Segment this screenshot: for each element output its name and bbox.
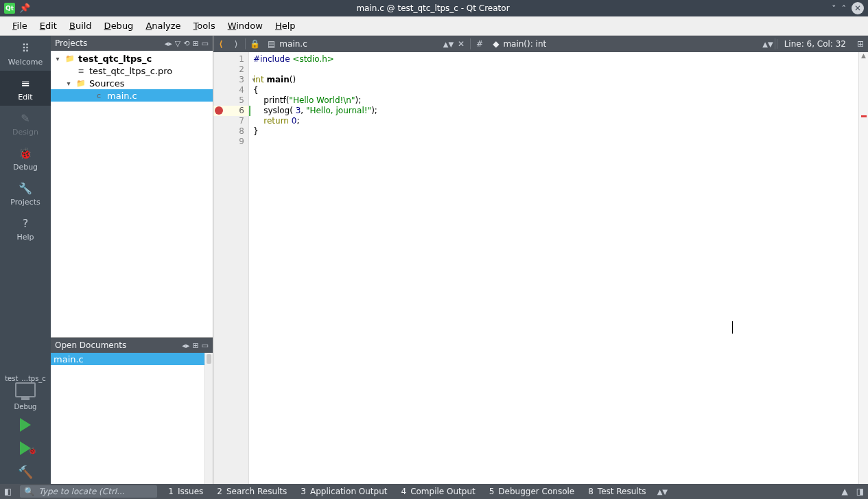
close-file-icon[interactable]: ✕ [454,36,469,51]
tree-row[interactable]: ▾📁Sources [51,77,213,89]
output-pane-debugger-console[interactable]: 5Debugger Console [482,487,582,496]
kit-mode: Debug [1,403,49,410]
mode-design[interactable]: ✎Design [0,106,51,141]
error-mark [861,115,867,117]
gutter-line[interactable]: 9 [213,137,248,147]
mode-debug[interactable]: 🐞Debug [0,141,51,176]
mode-rail: ⠿Welcome≡Edit✎Design🐞Debug🔧Projects?Help… [0,36,51,484]
locator-input[interactable]: 🔍 Type to locate (Ctrl... [20,485,157,498]
close-panel-icon[interactable]: ▭ [202,341,209,350]
pin-icon[interactable]: 📌 [19,3,30,14]
hash-icon[interactable]: # [472,36,487,51]
open-documents-header: Open Documents ◂▸ ⊞ ▭ [51,338,213,353]
lock-icon[interactable]: 🔒 [247,36,262,51]
tree-row[interactable]: cmain.c [51,89,213,102]
welcome-icon: ⠿ [17,41,34,55]
updown-icon[interactable]: ◂▸ [165,39,172,48]
gutter-line[interactable]: 6 [213,106,248,116]
gutter-line[interactable]: 7 [213,116,248,126]
menu-analyze[interactable]: Analyze [140,19,186,33]
output-pane-search-results[interactable]: 2Search Results [210,487,294,496]
search-icon: 🔍 [24,487,34,496]
window-title: main.c @ test_qtc_ltps_c - Qt Creator [34,3,832,13]
run-button[interactable] [0,413,51,437]
toggle-sidebar-icon[interactable]: ◧ [0,484,16,499]
help-icon: ? [17,216,34,230]
split-icon[interactable]: ⊞ [192,341,198,350]
mode-projects[interactable]: 🔧Projects [0,176,51,211]
output-collapse-icon[interactable]: ▲ [837,484,852,499]
tree-row[interactable]: ▾📁test_qtc_ltps_c [51,52,213,65]
open-doc-item[interactable]: main.c [51,353,213,365]
minimize-icon[interactable]: ˅ [832,3,836,14]
menu-tools[interactable]: Tools [188,19,221,33]
text-cursor-icon [732,321,734,334]
open-documents-title: Open Documents [55,340,179,350]
file-updown-icon[interactable]: ▲▼ [443,40,454,48]
menu-edit[interactable]: Edit [34,19,62,33]
project-tree[interactable]: ▾📁test_qtc_ltps_c≡test_qtc_ltps_c.pro▾📁S… [51,51,213,337]
function-tag-icon: ◆ [493,39,499,49]
gutter-line[interactable]: 2 [213,65,248,75]
menu-build[interactable]: Build [64,19,97,33]
design-icon: ✎ [17,111,34,125]
file-label: main.c [279,39,307,49]
split-icon[interactable]: ⊞ [192,39,198,48]
gutter-line[interactable]: 1 [213,54,248,65]
nav-forward-icon[interactable]: ⟩ [228,36,244,51]
locator-placeholder: Type to locate (Ctrl... [38,487,124,496]
mode-edit[interactable]: ≡Edit [0,71,51,106]
line-col-indicator[interactable]: Line: 6, Col: 32 [777,39,853,49]
menu-window[interactable]: Window [222,19,268,33]
projects-icon: 🔧 [17,181,34,195]
line-gutter[interactable]: 123▾456789 [213,52,249,484]
open-documents-list[interactable]: main.c [51,353,213,484]
close-icon[interactable]: ✕ [852,2,864,14]
updown-icon[interactable]: ◂▸ [182,341,189,350]
maximize-icon[interactable]: ˄ [842,3,847,14]
scroll-up-icon[interactable]: ▲ [859,52,868,62]
function-label: main(): int [503,39,546,49]
split-editor-icon[interactable]: ⊞ [853,39,868,49]
menubar: FileEditBuildDebugAnalyzeToolsWindowHelp [0,16,868,36]
mode-welcome[interactable]: ⠿Welcome [0,36,51,71]
file-icon: ▤ [268,39,275,49]
gutter-line[interactable]: 4 [213,85,248,95]
projects-panel-title: Projects [55,38,162,48]
output-pane-test-results[interactable]: 8Test Results [581,487,653,496]
projects-panel-header: Projects ◂▸ ▽ ⟲ ⊞ ▭ [51,36,213,51]
qt-logo-icon: Qt [4,3,15,14]
panes-updown-icon[interactable]: ▲▼ [653,488,672,496]
code-editor[interactable]: #include <stdio.h> int main() { printf("… [249,52,868,484]
hammer-icon: 🔨 [18,465,33,479]
menu-file[interactable]: File [7,19,33,33]
mode-help[interactable]: ?Help [0,211,51,246]
edit-icon: ≡ [17,76,34,90]
filter-icon[interactable]: ▽ [175,39,180,48]
nav-back-icon[interactable]: ⟨ [213,36,228,51]
gutter-line[interactable]: 3▾ [213,75,248,85]
breakpoint-icon[interactable] [215,106,223,115]
titlebar: Qt 📌 main.c @ test_qtc_ltps_c - Qt Creat… [0,0,868,16]
run-debug-button[interactable] [0,437,51,460]
file-selector[interactable]: ▤ main.c [262,39,313,49]
menu-debug[interactable]: Debug [99,19,139,33]
menu-help[interactable]: Help [270,19,301,33]
gutter-line[interactable]: 5 [213,95,248,106]
scrollbar[interactable] [204,353,213,484]
link-icon[interactable]: ⟲ [183,39,189,48]
symbol-selector[interactable]: ◆ main(): int [487,39,762,49]
close-panel-icon[interactable]: ▭ [202,39,209,48]
build-button[interactable]: 🔨 [0,460,51,484]
output-pane-application-output[interactable]: 3Application Output [294,487,394,496]
kit-selector[interactable]: test_...tps_c Debug [0,372,51,413]
tree-row[interactable]: ≡test_qtc_ltps_c.pro [51,65,213,77]
output-pane-compile-output[interactable]: 4Compile Output [394,487,482,496]
scrollbar[interactable]: ▲ [858,52,868,484]
symbol-updown-icon[interactable]: ▲▼ [762,40,773,48]
monitor-icon [15,382,36,397]
toggle-right-sidebar-icon[interactable]: ◨ [852,484,868,499]
kit-label: test_...tps_c [1,375,49,382]
gutter-line[interactable]: 8 [213,126,248,137]
output-pane-issues[interactable]: 1Issues [161,487,210,496]
